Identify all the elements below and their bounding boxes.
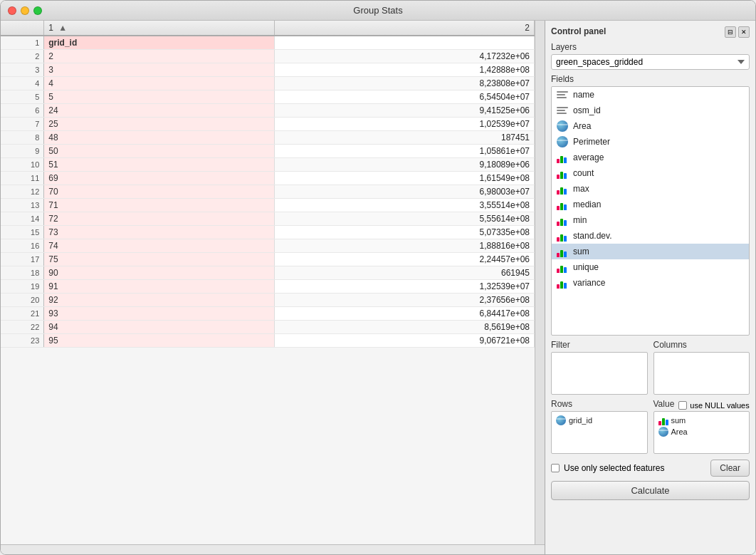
panel-title: Control panel [551,26,606,36]
table-scroll[interactable]: 1 ▲ 2 1grid_id224,17232e+06331,42888e+08… [1,21,535,544]
field-item-sum[interactable]: sum [552,244,749,259]
cell-col2: 4,17232e+06 [275,50,535,63]
cell-col2: 1,02539e+07 [275,118,535,131]
cell-col2: 9,41525e+06 [275,104,535,118]
bar-icon [556,229,569,242]
bar-icon [556,261,569,274]
field-item-Area[interactable]: Area [552,118,749,134]
field-item-osm_id[interactable]: osm_id [552,103,749,118]
field-item-Perimeter[interactable]: Perimeter [552,134,749,150]
field-item-stand.dev.[interactable]: stand.dev. [552,228,749,244]
cell-col2: 1,61549e+08 [275,172,535,185]
cell-col2: 8,5619e+08 [275,321,535,334]
field-label: max [573,184,589,194]
filter-drop-zone[interactable] [551,352,648,395]
table-row: 848187451 [1,131,535,145]
cell-col1: 50 [44,145,275,158]
table-row: 448,23808e+07 [1,77,535,90]
cell-col2 [275,36,535,50]
fields-section: Fields nameosm_idAreaPerimeteraveragecou… [551,74,750,336]
bar-icon [556,182,569,195]
minimize-button[interactable] [21,6,29,15]
maximize-button[interactable] [33,6,42,15]
field-item-max[interactable]: max [552,181,749,197]
rows-drop-zone[interactable]: grid_id [551,411,648,454]
cell-col2: 187451 [275,131,535,145]
field-item-average[interactable]: average [552,150,749,165]
row-number: 8 [1,131,44,145]
table-row: 20922,37656e+08 [1,294,535,307]
columns-box: Columns [653,340,750,395]
panel-restore-icon[interactable]: ⊟ [725,26,736,38]
panel-icons: ⊟ ✕ [725,26,750,38]
columns-drop-zone[interactable] [653,352,750,395]
table-row: 556,54504e+07 [1,90,535,104]
globe-icon [556,120,569,133]
cell-col1: 51 [44,158,275,172]
table-row: 15735,07335e+08 [1,226,535,239]
cell-col2: 5,55614e+08 [275,212,535,226]
field-item-count[interactable]: count [552,165,749,181]
cell-col1: 92 [44,294,275,307]
table-vertical-scrollbar[interactable] [535,21,545,544]
field-item-name[interactable]: name [552,87,749,103]
panel-close-icon[interactable]: ✕ [738,26,750,38]
field-label: stand.dev. [573,231,611,241]
main-content: 1 ▲ 2 1grid_id224,17232e+06331,42888e+08… [1,21,755,554]
table-row: 19911,32539e+07 [1,280,535,294]
row-number: 15 [1,226,44,239]
row-num-header [1,21,44,36]
cell-col2: 3,55514e+08 [275,199,535,212]
rows-item-grid_id: grid_id [555,415,644,426]
use-only-selected-checkbox[interactable] [551,464,560,472]
field-label: min [573,215,587,225]
row-number: 21 [1,307,44,321]
clear-button[interactable]: Clear [710,460,750,477]
table-row: 331,42888e+08 [1,63,535,77]
table-horizontal-scrollbar[interactable] [1,544,545,554]
row-number: 23 [1,334,44,348]
row-number: 7 [1,118,44,131]
cell-col2: 6,84417e+08 [275,307,535,321]
table-row: 16741,88816e+08 [1,239,535,253]
field-item-min[interactable]: min [552,212,749,228]
value-label: Value [653,399,675,409]
data-table: 1 ▲ 2 1grid_id224,17232e+06331,42888e+08… [1,21,535,348]
value-drop-zone[interactable]: sumArea [653,411,750,454]
cell-col2: 661945 [275,266,535,280]
panel-header: Control panel ⊟ ✕ [551,26,750,38]
cell-col1: 94 [44,321,275,334]
bar-icon [556,151,569,164]
field-label: unique [573,262,599,272]
row-number: 20 [1,294,44,307]
field-label: median [573,199,601,209]
calculate-button[interactable]: Calculate [551,481,750,500]
field-label: osm_id [573,105,601,115]
bar-icon [556,214,569,227]
use-null-checkbox[interactable] [678,401,687,410]
field-item-variance[interactable]: variance [552,275,749,291]
table-row: 9501,05861e+07 [1,145,535,158]
row-number: 17 [1,253,44,266]
field-item-median[interactable]: median [552,197,749,212]
table-row: 14725,55614e+08 [1,212,535,226]
table-row: 12706,98003e+07 [1,185,535,199]
cell-col1: 90 [44,266,275,280]
field-item-unique[interactable]: unique [552,259,749,275]
col2-header[interactable]: 2 [275,21,535,36]
cell-col2: 1,32539e+07 [275,280,535,294]
cell-col1: 72 [44,212,275,226]
col1-header[interactable]: 1 ▲ [44,21,275,36]
rows-value-area: Rows grid_id Value use NULL values sumAr… [551,399,750,454]
fields-list[interactable]: nameosm_idAreaPerimeteraveragecountmaxme… [551,86,750,336]
layer-select[interactable]: green_spaces_gridded [551,54,750,70]
table-row: 17752,24457e+06 [1,253,535,266]
cell-col2: 1,88816e+08 [275,239,535,253]
row-number: 11 [1,172,44,185]
cell-col2: 8,23808e+07 [275,77,535,90]
text-icon [556,104,569,117]
cell-col2: 6,54504e+07 [275,90,535,104]
close-button[interactable] [8,6,16,15]
row-number: 12 [1,185,44,199]
layers-section: Layers green_spaces_gridded [551,42,750,70]
